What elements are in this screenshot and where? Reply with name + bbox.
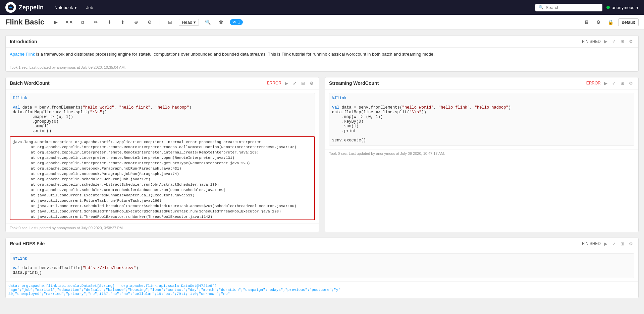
head-chevron-icon: ▾: [194, 20, 196, 25]
intro-text: Apache Flink is a framework and distribu…: [10, 51, 634, 58]
nav-notebook[interactable]: Notebook ▾: [50, 3, 81, 12]
streaming-settings-icon[interactable]: ⚙: [628, 80, 634, 86]
navbar-right: 🔍 anonymous ▾: [535, 4, 639, 11]
streaming-table-icon[interactable]: ⊞: [619, 80, 626, 86]
read-hdfs-body: %flink val data = benv.readTextFile("hdf…: [6, 250, 638, 281]
read-hdfs-settings-icon[interactable]: ⚙: [628, 241, 634, 247]
read-hdfs-expand-icon[interactable]: ⤢: [611, 241, 617, 247]
paragraph-intro: Introduction FINISHED ▶ ⤢ ⊞ ⚙ Apache Fli…: [5, 35, 639, 72]
cog-icon[interactable]: ⚙: [594, 17, 603, 27]
head-label: Head: [182, 20, 192, 25]
search-box[interactable]: 🔍: [535, 4, 602, 11]
viewer-count: 1: [238, 20, 240, 24]
intro-title: Introduction: [10, 39, 37, 44]
intro-footer: Took 1 sec. Last updated by anonymous at…: [6, 63, 638, 71]
import-button[interactable]: ⬆: [118, 17, 127, 27]
batch-expand-icon[interactable]: ⤢: [291, 80, 298, 86]
batch-table-icon[interactable]: ⊞: [300, 80, 306, 86]
read-hdfs-code: %flink val data = benv.readTextFile("hdf…: [10, 253, 634, 278]
streaming-header: Streaming WordCount ERROR ▶ ⤢ ⊞ ⚙: [325, 77, 638, 89]
viewer-badge: 👁 1: [230, 19, 243, 25]
logo-icon: [5, 2, 16, 13]
navbar: Zeppelin Notebook ▾ Job 🔍 anonymous ▾: [0, 0, 644, 15]
clone-button[interactable]: ⧉: [78, 17, 87, 27]
notebook-header: Flink Basic ▶ ✕✕ ⧉ ✏ ⬇ ⬆ ⊕ ⚙ ⊟ Head ▾ 🔍 …: [0, 15, 644, 30]
paragraph-intro-header: Introduction FINISHED ▶ ⤢ ⊞ ⚙: [6, 36, 638, 48]
read-hdfs-header: Read HDFS File FINISHED ▶ ⤢ ⊞ ⚙: [6, 238, 638, 250]
streaming-status: ERROR: [586, 81, 601, 85]
intro-table-icon[interactable]: ⊞: [619, 38, 626, 45]
two-col-section: Batch WordCount ERROR ▶ ⤢ ⊞ ⚙ %flink val…: [5, 77, 639, 232]
streaming-code: %flink val data = senv.fromElements("hel…: [329, 93, 634, 146]
search-input[interactable]: [546, 5, 599, 10]
paragraph-settings-button[interactable]: ⊟: [165, 17, 175, 27]
version-button[interactable]: ⊕: [131, 17, 141, 27]
read-hdfs-title: Read HDFS File: [10, 241, 45, 246]
intro-text-rest: is a framework and distributed processin…: [36, 52, 435, 57]
batch-body: %flink val data = benv.fromElements("hel…: [6, 89, 319, 224]
clear-button[interactable]: ✕✕: [64, 17, 74, 27]
read-hdfs-output: data: org.apache.flink.api.scala.DataSet…: [6, 281, 638, 298]
nav-job[interactable]: Job: [82, 3, 97, 12]
eye-icon: 👁: [232, 20, 236, 24]
user-menu[interactable]: anonymous ▾: [606, 5, 639, 10]
apache-flink-link[interactable]: Apache Flink: [10, 52, 35, 57]
streaming-footer: Took 0 sec. Last updated by anonymous at…: [325, 149, 638, 158]
batch-header: Batch WordCount ERROR ▶ ⤢ ⊞ ⚙: [6, 77, 319, 89]
monitor-icon[interactable]: 🖥: [582, 17, 591, 27]
intro-expand-icon[interactable]: ⤢: [611, 38, 617, 45]
streaming-run-icon[interactable]: ▶: [603, 80, 609, 86]
batch-code: %flink val data = benv.fromElements("hel…: [10, 93, 315, 136]
settings-button[interactable]: ⚙: [145, 17, 154, 27]
nav-menu: Notebook ▾ Job: [50, 3, 529, 12]
intro-controls: FINISHED ▶ ⤢ ⊞ ⚙: [582, 38, 634, 45]
read-hdfs-controls: FINISHED ▶ ⤢ ⊞ ⚙: [582, 241, 634, 247]
search-icon: 🔍: [539, 5, 544, 10]
batch-title: Batch WordCount: [10, 80, 50, 86]
batch-controls: ERROR ▶ ⤢ ⊞ ⚙: [267, 80, 315, 86]
intro-status: FINISHED: [582, 39, 601, 44]
batch-status: ERROR: [267, 81, 281, 85]
paragraph-read-hdfs: Read HDFS File FINISHED ▶ ⤢ ⊞ ⚙ %flink v…: [5, 238, 639, 298]
intro-body: Apache Flink is a framework and distribu…: [6, 48, 638, 63]
lock-icon[interactable]: 🔒: [606, 17, 615, 27]
main-content: Introduction FINISHED ▶ ⤢ ⊞ ⚙ Apache Fli…: [0, 30, 644, 304]
head-dropdown[interactable]: Head ▾: [179, 19, 199, 26]
batch-error-output: java.lang.RuntimeException: org.apache.t…: [10, 136, 315, 220]
streaming-expand-icon[interactable]: ⤢: [611, 80, 617, 86]
streaming-title: Streaming WordCount: [329, 80, 379, 86]
user-chevron-icon: ▾: [636, 5, 639, 10]
read-hdfs-table-icon[interactable]: ⊞: [619, 241, 626, 247]
batch-run-icon[interactable]: ▶: [283, 80, 289, 86]
run-all-button[interactable]: ▶: [51, 17, 60, 27]
batch-footer: Took 0 sec. Last updated by anonymous at…: [6, 224, 319, 232]
toolbar-right: 🖥 ⚙ 🔒 default: [582, 17, 639, 27]
streaming-body: %flink val data = senv.fromElements("hel…: [325, 89, 638, 149]
export-button[interactable]: ⬇: [105, 17, 114, 27]
brand-logo[interactable]: Zeppelin: [5, 2, 44, 13]
default-button[interactable]: default: [618, 18, 639, 26]
username: anonymous: [612, 5, 634, 10]
read-hdfs-run-icon[interactable]: ▶: [603, 241, 609, 247]
paragraph-streaming: Streaming WordCount ERROR ▶ ⤢ ⊞ ⚙ %flink…: [325, 77, 639, 232]
search-para-button[interactable]: 🔍: [203, 17, 212, 27]
user-status-dot: [606, 6, 610, 9]
brand-name: Zeppelin: [19, 4, 44, 11]
edit-button[interactable]: ✏: [91, 17, 101, 27]
batch-settings-icon[interactable]: ⚙: [308, 80, 315, 86]
paragraph-batch: Batch WordCount ERROR ▶ ⤢ ⊞ ⚙ %flink val…: [5, 77, 319, 232]
intro-settings-icon[interactable]: ⚙: [628, 38, 634, 45]
streaming-controls: ERROR ▶ ⤢ ⊞ ⚙: [586, 80, 634, 86]
read-hdfs-status: FINISHED: [582, 241, 601, 246]
notebook-title: Flink Basic: [5, 18, 44, 26]
delete-para-button[interactable]: 🗑: [216, 17, 226, 27]
intro-run-icon[interactable]: ▶: [603, 38, 609, 45]
chevron-down-icon: ▾: [74, 5, 77, 10]
